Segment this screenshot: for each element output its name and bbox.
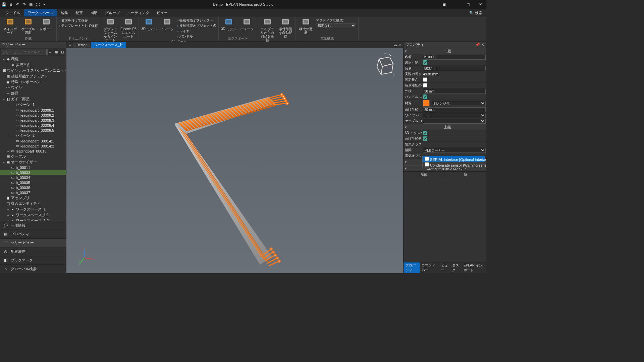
search-box[interactable]: 🔍 検索 (467, 10, 484, 16)
prop-checkbox[interactable] (423, 83, 427, 87)
tree-node[interactable]: ⊞ワイヤ ハーネス / ケーブル ユニット (0, 68, 66, 73)
side-tab[interactable]: ⊟ツリー ビュー (0, 238, 66, 247)
electric-p8-button[interactable]: Electric P8 にエクスポート (120, 17, 137, 38)
tree-node[interactable]: ◉特殊コンポーネント (0, 79, 66, 85)
redo-icon[interactable]: ↷ (21, 2, 27, 7)
menu-item[interactable]: 補助 (87, 9, 101, 16)
menu-item[interactable]: ファイル (2, 9, 23, 16)
grid-icon[interactable]: ▦ (28, 2, 34, 7)
tree-node[interactable]: ▭leadingpart_00006:4 (0, 123, 66, 128)
minimize-button[interactable]: — (451, 1, 461, 8)
panel-close-icon[interactable]: ✕ (481, 43, 484, 47)
tree-node[interactable]: +▸ワークスペース_1:1 (0, 212, 66, 218)
tree-opt1-icon[interactable]: ⊞ (54, 49, 59, 55)
filter-icon[interactable]: ▽ (47, 49, 53, 55)
prop-checkbox[interactable] (423, 131, 427, 135)
prop-input[interactable] (423, 107, 486, 112)
side-tab[interactable]: ○グローバル検索 (0, 264, 66, 273)
tabs-menu-icon[interactable]: ◂▸ ✕ (392, 43, 403, 47)
maximize-button[interactable]: ▢ (464, 1, 473, 8)
ribbon-list-item[interactable]: ▫テンプレートとして保存 (59, 23, 98, 28)
prop-checkbox[interactable] (423, 60, 427, 65)
lib-update-button[interactable]: ライブラリからの部品を更新 (259, 17, 275, 42)
side-tab[interactable]: ▤プロパティ (0, 230, 66, 238)
prop-checkbox[interactable] (423, 136, 427, 141)
save-icon[interactable]: 💾 (1, 2, 7, 7)
prop-select[interactable]: ----- (423, 113, 486, 118)
auto-place-button[interactable]: 添付部品を自動配置 (277, 17, 293, 38)
document-tab[interactable]: Demo* (73, 43, 90, 48)
3d-model-import-button[interactable]: 3D モデル (141, 17, 157, 31)
platform-import-button[interactable]: プラットフォームからインポート (102, 17, 118, 42)
ribbon-list-item[interactable]: ▫ワイヤ (177, 29, 216, 34)
ribbon-list-item[interactable]: ▫接続可能オブジェクト名 (177, 23, 216, 28)
tree-node[interactable]: 〰ワイヤ (0, 85, 66, 90)
menu-item[interactable]: 編集 (57, 9, 71, 16)
tree-node[interactable]: +▸ワークスペース_1:2 (0, 218, 66, 221)
tree-node[interactable]: +▭leadingpart_00013 (0, 148, 66, 154)
menu-item[interactable]: ビュー (153, 9, 171, 16)
ribbon-list-item[interactable]: ▫接続可能オブジェクト (177, 18, 216, 23)
close-button[interactable]: ✕ (476, 1, 485, 8)
tree-node[interactable]: ▭leadingpart_00006:3 (0, 118, 66, 123)
tree-node[interactable]: ▫部品 (0, 90, 66, 96)
tabs-prev-icon[interactable]: « (68, 43, 72, 47)
tree-node[interactable]: ▭leadingpart_00014:1 (0, 138, 66, 143)
active-config-select[interactable]: 指定なし (316, 23, 356, 28)
chevron-down-icon[interactable]: ▾ (405, 166, 410, 171)
tree-opt2-icon[interactable]: ⊟ (60, 49, 65, 55)
tree-node[interactable]: ▤ケーブル (0, 154, 66, 159)
footer-tab[interactable]: ビュー (439, 262, 450, 273)
ribbon-list-item[interactable]: ▫バンドル (177, 34, 216, 39)
qat-more-icon[interactable]: ▾ (42, 2, 47, 7)
tree-node[interactable]: ▭b_00035 (0, 180, 66, 185)
pin-icon[interactable]: 📌 (475, 43, 480, 47)
chevron-down-icon[interactable]: ▾ (405, 160, 410, 164)
tree-node[interactable]: −◆環境 (0, 56, 66, 62)
menu-item[interactable]: ルーティング (124, 9, 153, 16)
tree-node[interactable]: ◈参照平面 (0, 62, 66, 68)
tree-node[interactable]: −◫複合エンティティ (0, 201, 66, 206)
document-tab[interactable]: ワークスペース_1* (91, 42, 126, 48)
tree-node[interactable]: ▭leadingpart_00006:5 (0, 128, 66, 133)
tree-node[interactable]: ▭leadingpart_00006:1 (0, 108, 66, 113)
footer-tab[interactable]: EPLAN インポート (462, 262, 486, 273)
tree-node[interactable]: +▸ワークスペース_1 (0, 206, 66, 212)
tree-node[interactable]: ▭b_00036 (0, 185, 66, 190)
menu-item[interactable]: ワークスペース (24, 9, 57, 16)
ribbon-list-item[interactable]: ▫名前を付けて保存 (59, 18, 98, 23)
prop-input[interactable] (423, 89, 486, 94)
tree-node[interactable]: ▭leadingpart_00014:2 (0, 143, 66, 148)
menu-item[interactable]: 配置 (72, 9, 86, 16)
tree-node[interactable]: ▦接続可能オブジェクト (0, 73, 66, 79)
prop-select[interactable]: 円形コーナー (423, 148, 486, 153)
nav-cube[interactable]: ⌂ (371, 52, 398, 79)
tree-node[interactable]: −◧ガイド部品 (0, 96, 66, 102)
tree-node[interactable]: ▭b_00011 (0, 165, 66, 170)
prop-input[interactable] (423, 55, 486, 60)
electric-option-dropdown[interactable]: SERIAL interface [Optional interface]Con… (422, 156, 485, 168)
save-all-icon[interactable]: 🗎 (8, 2, 13, 7)
tree-node[interactable]: ▭b_00033 (0, 170, 66, 175)
3d-model-export-button[interactable]: 3D モデル (221, 17, 237, 31)
side-tab[interactable]: ◷配置履歴 (0, 247, 66, 256)
footer-tab[interactable]: プロパティ (404, 262, 420, 273)
image-import-button[interactable]: イメージ (159, 17, 175, 31)
color-swatch[interactable] (423, 100, 430, 107)
side-tab[interactable]: ◧ブックマーク (0, 256, 66, 264)
prop-checkbox[interactable] (423, 95, 427, 99)
prop-checkbox[interactable] (423, 77, 427, 82)
3d-viewport[interactable]: x y z ⌂ (66, 48, 403, 273)
nailboard-button[interactable]: ネイルボード (2, 17, 18, 35)
undo-icon[interactable]: ↶ (15, 2, 20, 7)
tree-view[interactable]: −◆環境◈参照平面⊞ワイヤ ハーネス / ケーブル ユニット▦接続可能オブジェク… (0, 56, 66, 221)
prop-input[interactable] (423, 66, 486, 71)
menu-item[interactable]: グループ (102, 9, 123, 16)
tree-node[interactable]: ▭b_00034 (0, 175, 66, 180)
tree-node[interactable]: ▭b_00037 (0, 190, 66, 195)
prop-select[interactable] (423, 119, 486, 124)
image-export-button[interactable]: イメージ (239, 17, 255, 31)
side-tab[interactable]: ⓘ一般情報 (0, 221, 66, 230)
footer-tab[interactable]: コマンド バー (420, 262, 439, 273)
footer-tab[interactable]: タスク (450, 262, 462, 273)
